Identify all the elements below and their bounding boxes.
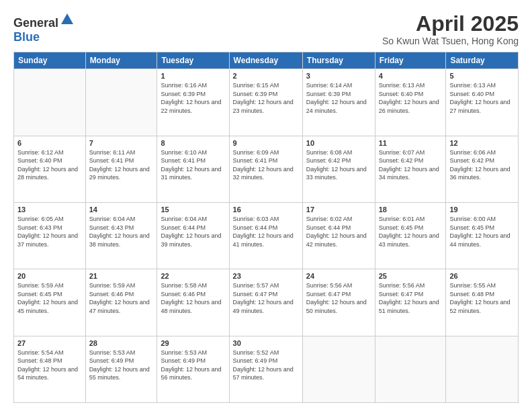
calendar-cell: 29Sunrise: 5:53 AM Sunset: 6:49 PM Dayli…: [157, 336, 229, 402]
day-info: Sunrise: 6:16 AM Sunset: 6:39 PM Dayligh…: [161, 81, 225, 115]
day-number: 2: [233, 72, 299, 80]
day-number: 29: [161, 339, 225, 347]
day-number: 18: [379, 205, 443, 214]
day-number: 9: [233, 139, 299, 147]
day-number: 30: [233, 339, 299, 347]
day-info: Sunrise: 6:13 AM Sunset: 6:40 PM Dayligh…: [449, 81, 515, 115]
calendar-cell: 12Sunrise: 6:06 AM Sunset: 6:42 PM Dayli…: [446, 136, 519, 202]
calendar-cell: 10Sunrise: 6:08 AM Sunset: 6:42 PM Dayli…: [302, 136, 375, 202]
day-info: Sunrise: 5:57 AM Sunset: 6:47 PM Dayligh…: [233, 281, 299, 315]
calendar-cell: 1Sunrise: 6:16 AM Sunset: 6:39 PM Daylig…: [157, 69, 229, 136]
day-number: 8: [161, 139, 225, 147]
day-info: Sunrise: 5:56 AM Sunset: 6:47 PM Dayligh…: [379, 281, 443, 315]
calendar-cell: 23Sunrise: 5:57 AM Sunset: 6:47 PM Dayli…: [229, 269, 302, 336]
calendar-cell: 17Sunrise: 6:02 AM Sunset: 6:44 PM Dayli…: [302, 202, 375, 269]
calendar-cell: [446, 336, 519, 402]
col-header-tuesday: Tuesday: [157, 52, 229, 69]
day-number: 22: [161, 272, 225, 280]
calendar-cell: 28Sunrise: 5:53 AM Sunset: 6:49 PM Dayli…: [85, 336, 157, 402]
day-info: Sunrise: 6:06 AM Sunset: 6:42 PM Dayligh…: [449, 148, 515, 182]
day-number: 26: [449, 272, 515, 280]
day-info: Sunrise: 6:02 AM Sunset: 6:44 PM Dayligh…: [306, 215, 371, 248]
col-header-thursday: Thursday: [302, 52, 375, 69]
col-header-wednesday: Wednesday: [229, 52, 302, 69]
calendar-cell: 6Sunrise: 6:12 AM Sunset: 6:40 PM Daylig…: [14, 136, 86, 202]
logo-blue: Blue: [13, 30, 40, 44]
logo-general: General: [13, 16, 58, 30]
day-number: 28: [89, 339, 154, 347]
day-number: 15: [161, 205, 225, 214]
day-info: Sunrise: 6:07 AM Sunset: 6:42 PM Dayligh…: [379, 148, 443, 182]
subtitle: So Kwun Wat Tsuen, Hong Kong: [382, 36, 519, 46]
calendar-cell: 22Sunrise: 5:58 AM Sunset: 6:46 PM Dayli…: [157, 269, 229, 336]
calendar-cell: 14Sunrise: 6:04 AM Sunset: 6:43 PM Dayli…: [85, 202, 157, 269]
day-info: Sunrise: 5:53 AM Sunset: 6:49 PM Dayligh…: [89, 349, 154, 382]
day-info: Sunrise: 5:52 AM Sunset: 6:49 PM Dayligh…: [233, 349, 299, 382]
day-info: Sunrise: 6:01 AM Sunset: 6:45 PM Dayligh…: [379, 215, 443, 248]
calendar-cell: 15Sunrise: 6:04 AM Sunset: 6:44 PM Dayli…: [157, 202, 229, 269]
title-block: April 2025 So Kwun Wat Tsuen, Hong Kong: [382, 12, 519, 46]
day-number: 7: [89, 139, 154, 147]
page: General Blue April 2025 So Kwun Wat Tsue…: [0, 0, 532, 411]
calendar-cell: 20Sunrise: 5:59 AM Sunset: 6:45 PM Dayli…: [14, 269, 86, 336]
calendar-cell: 25Sunrise: 5:56 AM Sunset: 6:47 PM Dayli…: [375, 269, 446, 336]
day-number: 14: [89, 205, 154, 214]
day-info: Sunrise: 6:15 AM Sunset: 6:39 PM Dayligh…: [233, 81, 299, 115]
day-number: 12: [449, 139, 515, 147]
day-number: 10: [306, 139, 371, 147]
calendar-cell: 3Sunrise: 6:14 AM Sunset: 6:39 PM Daylig…: [302, 69, 375, 136]
calendar-cell: 27Sunrise: 5:54 AM Sunset: 6:48 PM Dayli…: [14, 336, 86, 402]
day-info: Sunrise: 6:05 AM Sunset: 6:43 PM Dayligh…: [17, 215, 82, 248]
day-number: 6: [17, 139, 82, 147]
calendar: SundayMondayTuesdayWednesdayThursdayFrid…: [13, 52, 519, 403]
day-number: 11: [379, 139, 443, 147]
day-info: Sunrise: 6:10 AM Sunset: 6:41 PM Dayligh…: [161, 148, 225, 182]
col-header-monday: Monday: [85, 52, 157, 69]
header: General Blue April 2025 So Kwun Wat Tsue…: [13, 12, 519, 46]
day-info: Sunrise: 5:56 AM Sunset: 6:47 PM Dayligh…: [306, 281, 371, 315]
day-info: Sunrise: 5:59 AM Sunset: 6:45 PM Dayligh…: [17, 281, 82, 315]
day-info: Sunrise: 6:08 AM Sunset: 6:42 PM Dayligh…: [306, 148, 371, 182]
col-header-sunday: Sunday: [14, 52, 86, 69]
day-number: 27: [17, 339, 82, 347]
calendar-cell: 2Sunrise: 6:15 AM Sunset: 6:39 PM Daylig…: [229, 69, 302, 136]
calendar-cell: 30Sunrise: 5:52 AM Sunset: 6:49 PM Dayli…: [229, 336, 302, 402]
calendar-cell: 19Sunrise: 6:00 AM Sunset: 6:45 PM Dayli…: [446, 202, 519, 269]
day-number: 24: [306, 272, 371, 280]
day-number: 25: [379, 272, 443, 280]
day-info: Sunrise: 6:12 AM Sunset: 6:40 PM Dayligh…: [17, 148, 82, 182]
day-number: 5: [449, 72, 515, 80]
day-info: Sunrise: 6:13 AM Sunset: 6:40 PM Dayligh…: [379, 81, 443, 115]
day-number: 13: [17, 205, 82, 214]
calendar-cell: 4Sunrise: 6:13 AM Sunset: 6:40 PM Daylig…: [375, 69, 446, 136]
calendar-cell: 11Sunrise: 6:07 AM Sunset: 6:42 PM Dayli…: [375, 136, 446, 202]
calendar-cell: 26Sunrise: 5:55 AM Sunset: 6:48 PM Dayli…: [446, 269, 519, 336]
calendar-cell: [302, 336, 375, 402]
calendar-cell: 16Sunrise: 6:03 AM Sunset: 6:44 PM Dayli…: [229, 202, 302, 269]
day-info: Sunrise: 6:00 AM Sunset: 6:45 PM Dayligh…: [449, 215, 515, 248]
calendar-cell: [85, 69, 157, 136]
day-info: Sunrise: 5:58 AM Sunset: 6:46 PM Dayligh…: [161, 281, 225, 315]
day-number: 19: [449, 205, 515, 214]
day-info: Sunrise: 5:53 AM Sunset: 6:49 PM Dayligh…: [161, 349, 225, 382]
logo-icon: [60, 12, 75, 27]
svg-marker-0: [61, 13, 73, 24]
day-info: Sunrise: 6:09 AM Sunset: 6:41 PM Dayligh…: [233, 148, 299, 182]
col-header-saturday: Saturday: [446, 52, 519, 69]
day-number: 16: [233, 205, 299, 214]
col-header-friday: Friday: [375, 52, 446, 69]
calendar-cell: 21Sunrise: 5:59 AM Sunset: 6:46 PM Dayli…: [85, 269, 157, 336]
calendar-cell: 13Sunrise: 6:05 AM Sunset: 6:43 PM Dayli…: [14, 202, 86, 269]
calendar-cell: 7Sunrise: 6:11 AM Sunset: 6:41 PM Daylig…: [85, 136, 157, 202]
day-info: Sunrise: 5:59 AM Sunset: 6:46 PM Dayligh…: [89, 281, 154, 315]
day-number: 1: [161, 72, 225, 80]
calendar-cell: [14, 69, 86, 136]
day-info: Sunrise: 5:54 AM Sunset: 6:48 PM Dayligh…: [17, 349, 82, 382]
day-number: 3: [306, 72, 371, 80]
calendar-cell: [375, 336, 446, 402]
day-number: 4: [379, 72, 443, 80]
day-number: 23: [233, 272, 299, 280]
calendar-cell: 8Sunrise: 6:10 AM Sunset: 6:41 PM Daylig…: [157, 136, 229, 202]
calendar-cell: 9Sunrise: 6:09 AM Sunset: 6:41 PM Daylig…: [229, 136, 302, 202]
day-number: 17: [306, 205, 371, 214]
